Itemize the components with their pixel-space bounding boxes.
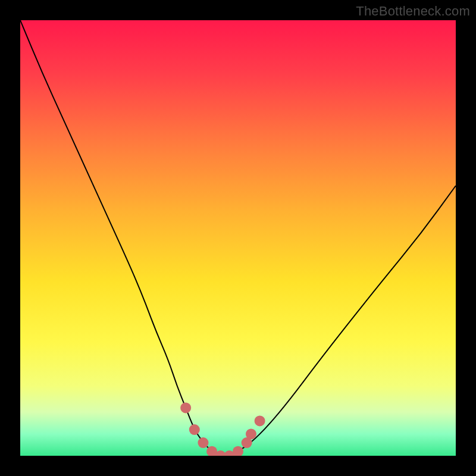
bottleneck-curve xyxy=(20,20,456,456)
trough-marker xyxy=(180,402,191,413)
chart-svg xyxy=(20,20,456,456)
trough-marker xyxy=(189,424,200,435)
trough-marker xyxy=(198,437,208,448)
watermark-label: TheBottleneck.com xyxy=(356,4,470,19)
trough-marker xyxy=(255,415,265,426)
chart-frame xyxy=(20,20,456,456)
trough-marker xyxy=(246,428,256,439)
trough-markers-group xyxy=(180,402,265,456)
trough-marker xyxy=(233,446,243,456)
